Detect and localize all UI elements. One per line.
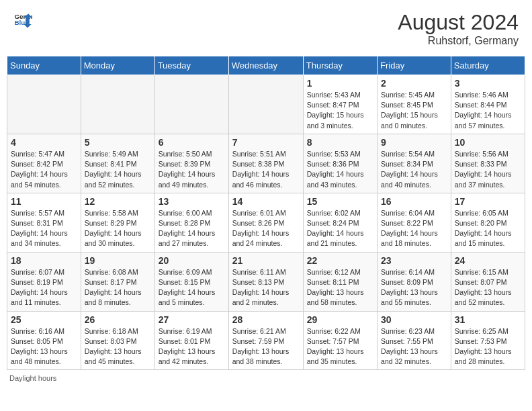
calendar-day-cell: 16Sunrise: 6:04 AM Sunset: 8:22 PM Dayli… — [378, 193, 451, 252]
day-detail: Sunrise: 5:45 AM Sunset: 8:45 PM Dayligh… — [381, 90, 447, 131]
calendar-week-row: 1Sunrise: 5:43 AM Sunset: 8:47 PM Daylig… — [7, 75, 525, 134]
day-number: 15 — [307, 196, 373, 207]
calendar-day-cell — [154, 75, 228, 134]
day-detail: Sunrise: 5:50 AM Sunset: 8:39 PM Dayligh… — [159, 149, 225, 190]
calendar-day-cell: 27Sunrise: 6:19 AM Sunset: 8:01 PM Dayli… — [154, 311, 228, 370]
day-detail: Sunrise: 6:21 AM Sunset: 7:59 PM Dayligh… — [232, 326, 300, 367]
day-detail: Sunrise: 6:05 AM Sunset: 8:20 PM Dayligh… — [455, 208, 521, 249]
day-number: 23 — [381, 255, 447, 266]
calendar-day-cell: 26Sunrise: 6:18 AM Sunset: 8:03 PM Dayli… — [81, 311, 154, 370]
calendar-day-cell: 10Sunrise: 5:56 AM Sunset: 8:33 PM Dayli… — [451, 134, 525, 193]
header: General Blue August 2024 Ruhstorf, Germa… — [7, 7, 525, 50]
day-number: 12 — [85, 196, 151, 207]
calendar-table: SundayMondayTuesdayWednesdayThursdayFrid… — [7, 56, 525, 370]
day-number: 8 — [307, 137, 373, 148]
calendar-day-header: Wednesday — [228, 56, 303, 75]
day-number: 9 — [381, 137, 447, 148]
calendar-day-cell: 25Sunrise: 6:16 AM Sunset: 8:05 PM Dayli… — [7, 311, 81, 370]
calendar-day-cell: 3Sunrise: 5:46 AM Sunset: 8:44 PM Daylig… — [451, 75, 525, 134]
calendar-day-cell: 15Sunrise: 6:02 AM Sunset: 8:24 PM Dayli… — [303, 193, 377, 252]
day-number: 20 — [159, 255, 225, 266]
calendar-day-cell: 24Sunrise: 6:15 AM Sunset: 8:07 PM Dayli… — [451, 252, 525, 311]
day-detail: Sunrise: 6:22 AM Sunset: 7:57 PM Dayligh… — [307, 326, 373, 367]
day-detail: Sunrise: 6:12 AM Sunset: 8:11 PM Dayligh… — [307, 267, 373, 308]
day-detail: Sunrise: 6:08 AM Sunset: 8:17 PM Dayligh… — [85, 267, 151, 308]
day-number: 16 — [381, 196, 447, 207]
calendar-day-cell: 30Sunrise: 6:23 AM Sunset: 7:55 PM Dayli… — [378, 311, 451, 370]
day-number: 7 — [232, 137, 300, 148]
day-detail: Sunrise: 5:46 AM Sunset: 8:44 PM Dayligh… — [455, 90, 521, 131]
day-number: 3 — [455, 78, 521, 89]
day-detail: Sunrise: 5:58 AM Sunset: 8:29 PM Dayligh… — [85, 208, 151, 249]
day-number: 10 — [455, 137, 521, 148]
calendar-day-header: Monday — [81, 56, 154, 75]
day-number: 19 — [85, 255, 151, 266]
title-area: August 2024 Ruhstorf, Germany — [398, 10, 519, 47]
calendar-day-header: Friday — [378, 56, 451, 75]
day-detail: Sunrise: 6:25 AM Sunset: 7:53 PM Dayligh… — [455, 326, 521, 367]
day-detail: Sunrise: 5:43 AM Sunset: 8:47 PM Dayligh… — [307, 90, 373, 131]
day-number: 1 — [307, 78, 373, 89]
calendar-day-cell — [81, 75, 154, 134]
calendar-day-cell: 8Sunrise: 5:53 AM Sunset: 8:36 PM Daylig… — [303, 134, 377, 193]
month-year-title: August 2024 — [398, 10, 519, 35]
day-number: 13 — [159, 196, 225, 207]
calendar-day-cell: 28Sunrise: 6:21 AM Sunset: 7:59 PM Dayli… — [228, 311, 303, 370]
location-subtitle: Ruhstorf, Germany — [398, 35, 519, 47]
calendar-day-cell: 14Sunrise: 6:01 AM Sunset: 8:26 PM Dayli… — [228, 193, 303, 252]
day-number: 31 — [455, 314, 521, 325]
day-number: 26 — [85, 314, 151, 325]
day-number: 27 — [159, 314, 225, 325]
day-detail: Sunrise: 5:49 AM Sunset: 8:41 PM Dayligh… — [85, 149, 151, 190]
calendar-week-row: 25Sunrise: 6:16 AM Sunset: 8:05 PM Dayli… — [7, 311, 525, 370]
day-number: 21 — [232, 255, 300, 266]
day-detail: Sunrise: 6:07 AM Sunset: 8:19 PM Dayligh… — [11, 267, 77, 308]
day-detail: Sunrise: 6:09 AM Sunset: 8:15 PM Dayligh… — [159, 267, 225, 308]
calendar-day-cell: 12Sunrise: 5:58 AM Sunset: 8:29 PM Dayli… — [81, 193, 154, 252]
calendar-day-cell: 20Sunrise: 6:09 AM Sunset: 8:15 PM Dayli… — [154, 252, 228, 311]
calendar-week-row: 18Sunrise: 6:07 AM Sunset: 8:19 PM Dayli… — [7, 252, 525, 311]
daylight-label: Daylight hours — [9, 374, 56, 382]
day-number: 11 — [11, 196, 77, 207]
day-detail: Sunrise: 6:16 AM Sunset: 8:05 PM Dayligh… — [11, 326, 77, 367]
footer-note: Daylight hours — [7, 374, 525, 382]
calendar-day-cell: 19Sunrise: 6:08 AM Sunset: 8:17 PM Dayli… — [81, 252, 154, 311]
calendar-day-cell: 6Sunrise: 5:50 AM Sunset: 8:39 PM Daylig… — [154, 134, 228, 193]
day-detail: Sunrise: 6:19 AM Sunset: 8:01 PM Dayligh… — [159, 326, 225, 367]
day-detail: Sunrise: 5:56 AM Sunset: 8:33 PM Dayligh… — [455, 149, 521, 190]
day-detail: Sunrise: 5:53 AM Sunset: 8:36 PM Dayligh… — [307, 149, 373, 190]
day-detail: Sunrise: 5:47 AM Sunset: 8:42 PM Dayligh… — [11, 149, 77, 190]
calendar-day-cell — [228, 75, 303, 134]
day-detail: Sunrise: 6:15 AM Sunset: 8:07 PM Dayligh… — [455, 267, 521, 308]
day-number: 14 — [232, 196, 300, 207]
day-number: 17 — [455, 196, 521, 207]
day-number: 28 — [232, 314, 300, 325]
day-number: 24 — [455, 255, 521, 266]
day-detail: Sunrise: 6:01 AM Sunset: 8:26 PM Dayligh… — [232, 208, 300, 249]
calendar-day-cell: 13Sunrise: 6:00 AM Sunset: 8:28 PM Dayli… — [154, 193, 228, 252]
day-detail: Sunrise: 5:51 AM Sunset: 8:38 PM Dayligh… — [232, 149, 300, 190]
calendar-day-cell: 17Sunrise: 6:05 AM Sunset: 8:20 PM Dayli… — [451, 193, 525, 252]
calendar-day-cell: 21Sunrise: 6:11 AM Sunset: 8:13 PM Dayli… — [228, 252, 303, 311]
day-detail: Sunrise: 6:23 AM Sunset: 7:55 PM Dayligh… — [381, 326, 447, 367]
calendar-day-header: Sunday — [7, 56, 81, 75]
day-detail: Sunrise: 6:02 AM Sunset: 8:24 PM Dayligh… — [307, 208, 373, 249]
day-number: 6 — [159, 137, 225, 148]
calendar-day-cell: 31Sunrise: 6:25 AM Sunset: 7:53 PM Dayli… — [451, 311, 525, 370]
calendar-day-cell: 9Sunrise: 5:54 AM Sunset: 8:34 PM Daylig… — [378, 134, 451, 193]
day-detail: Sunrise: 6:18 AM Sunset: 8:03 PM Dayligh… — [85, 326, 151, 367]
day-detail: Sunrise: 6:11 AM Sunset: 8:13 PM Dayligh… — [232, 267, 300, 308]
calendar-day-cell: 2Sunrise: 5:45 AM Sunset: 8:45 PM Daylig… — [378, 75, 451, 134]
calendar-day-cell: 7Sunrise: 5:51 AM Sunset: 8:38 PM Daylig… — [228, 134, 303, 193]
calendar-day-cell: 1Sunrise: 5:43 AM Sunset: 8:47 PM Daylig… — [303, 75, 377, 134]
day-number: 29 — [307, 314, 373, 325]
day-detail: Sunrise: 5:57 AM Sunset: 8:31 PM Dayligh… — [11, 208, 77, 249]
day-number: 4 — [11, 137, 77, 148]
calendar-day-cell: 11Sunrise: 5:57 AM Sunset: 8:31 PM Dayli… — [7, 193, 81, 252]
day-number: 25 — [11, 314, 77, 325]
day-number: 5 — [85, 137, 151, 148]
calendar-day-header: Saturday — [451, 56, 525, 75]
calendar-header-row: SundayMondayTuesdayWednesdayThursdayFrid… — [7, 56, 525, 75]
day-detail: Sunrise: 6:04 AM Sunset: 8:22 PM Dayligh… — [381, 208, 447, 249]
calendar-week-row: 11Sunrise: 5:57 AM Sunset: 8:31 PM Dayli… — [7, 193, 525, 252]
